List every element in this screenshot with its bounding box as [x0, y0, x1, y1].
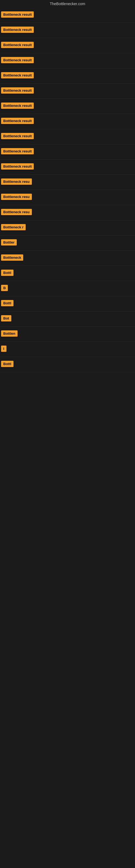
- result-row: Bottleneck result: [0, 84, 135, 99]
- bottleneck-badge-6[interactable]: Bottleneck result: [1, 87, 34, 94]
- result-row: Bottleneck result: [0, 38, 135, 53]
- bottleneck-badge-24[interactable]: Bottl: [1, 361, 13, 367]
- result-row: Bottleneck result: [0, 68, 135, 84]
- bottleneck-badge-18[interactable]: Bottl: [1, 270, 13, 276]
- result-row: Bot: [0, 311, 135, 327]
- bottleneck-badge-23[interactable]: I: [1, 346, 6, 352]
- bottleneck-badge-15[interactable]: Bottleneck r: [1, 224, 26, 230]
- result-row: Bottleneck: [0, 251, 135, 266]
- result-row: Bottleneck resu: [0, 190, 135, 205]
- bottleneck-badge-8[interactable]: Bottleneck result: [1, 118, 34, 124]
- bottleneck-badge-22[interactable]: Bottlen: [1, 330, 17, 337]
- bottleneck-badge-1[interactable]: Bottleneck result: [1, 11, 34, 18]
- result-row: Bottler: [0, 236, 135, 251]
- bottleneck-badge-5[interactable]: Bottleneck result: [1, 72, 34, 79]
- bottleneck-badge-3[interactable]: Bottleneck result: [1, 42, 34, 48]
- result-row: Bottl: [0, 357, 135, 372]
- bottleneck-badge-12[interactable]: Bottleneck resu: [1, 179, 32, 185]
- result-row: Bottleneck result: [0, 159, 135, 175]
- result-row: Bottlen: [0, 327, 135, 342]
- bottleneck-badge-7[interactable]: Bottleneck result: [1, 102, 34, 109]
- site-title: TheBottlenecker.com: [0, 0, 135, 8]
- bottleneck-badge-13[interactable]: Bottleneck resu: [1, 194, 32, 200]
- bottleneck-badge-19[interactable]: B: [1, 285, 8, 291]
- bottleneck-badge-21[interactable]: Bot: [1, 315, 11, 321]
- result-row: Bottleneck resu: [0, 205, 135, 220]
- bottleneck-badge-9[interactable]: Bottleneck result: [1, 133, 34, 139]
- bottleneck-badge-11[interactable]: Bottleneck result: [1, 163, 34, 169]
- result-row: Bottleneck result: [0, 8, 135, 23]
- result-row: Bottleneck result: [0, 144, 135, 159]
- result-row: Bottl: [0, 296, 135, 311]
- result-row: B: [0, 281, 135, 296]
- result-row: Bottleneck result: [0, 99, 135, 114]
- bottleneck-badge-4[interactable]: Bottleneck result: [1, 57, 34, 63]
- bottleneck-badge-10[interactable]: Bottleneck result: [1, 148, 34, 154]
- bottleneck-badge-2[interactable]: Bottleneck result: [1, 27, 34, 33]
- result-row: Bottl: [0, 266, 135, 281]
- result-row: Bottleneck result: [0, 114, 135, 129]
- result-row: Bottleneck result: [0, 129, 135, 144]
- result-row: I: [0, 342, 135, 357]
- bottleneck-badge-20[interactable]: Bottl: [1, 300, 13, 306]
- bottleneck-badge-14[interactable]: Bottleneck resu: [1, 209, 32, 215]
- result-row: Bottleneck resu: [0, 175, 135, 190]
- result-row: Bottleneck r: [0, 220, 135, 236]
- result-row: Bottleneck result: [0, 23, 135, 38]
- result-row: Bottleneck result: [0, 53, 135, 68]
- bottleneck-badge-17[interactable]: Bottleneck: [1, 254, 23, 261]
- bottleneck-badge-16[interactable]: Bottler: [1, 239, 17, 246]
- site-title-text: TheBottlenecker.com: [50, 2, 85, 6]
